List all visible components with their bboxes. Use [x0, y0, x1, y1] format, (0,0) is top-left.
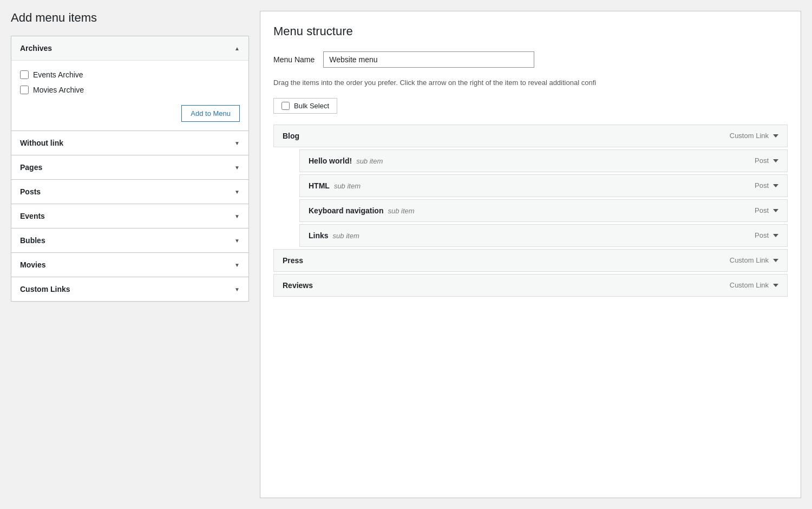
accordion-header-bubles[interactable]: Bubles▼ — [11, 229, 248, 252]
menu-sub-hello-world: Hello world!sub itemPost — [299, 149, 788, 172]
menu-top-reviews: ReviewsCustom Link — [273, 274, 788, 297]
menu-sub-label-hello-world: Hello world! — [309, 156, 352, 165]
accordion-arrow-posts: ▼ — [234, 189, 240, 195]
menu-name-input[interactable] — [323, 51, 534, 68]
accordion-label-pages: Pages — [20, 163, 42, 172]
bulk-select-button[interactable]: Bulk Select — [273, 98, 337, 114]
menu-top-press: PressCustom Link — [273, 249, 788, 272]
menu-sub-left-links: Linkssub item — [309, 231, 359, 240]
checkbox-events-archive[interactable] — [20, 70, 29, 79]
menu-sub-tag-html: sub item — [334, 182, 361, 190]
accordion-without-link: Without link▼ — [11, 131, 249, 155]
menu-sub-html: HTMLsub itemPost — [299, 174, 788, 197]
drag-hint: Drag the items into the order you prefer… — [273, 77, 788, 88]
menu-sub-tag-keyboard-nav: sub item — [388, 207, 414, 215]
menu-sub-right-keyboard-nav: Post — [755, 206, 778, 214]
menu-top-type-blog: Custom Link — [730, 132, 769, 140]
accordion-header-events[interactable]: Events▼ — [11, 204, 248, 228]
accordion-pages: Pages▼ — [11, 155, 249, 180]
menu-top-label-reviews: Reviews — [283, 281, 313, 290]
accordion-header-custom-links[interactable]: Custom Links▼ — [11, 277, 248, 301]
checkbox-list-archives: Events ArchiveMovies Archive — [20, 67, 240, 97]
menu-top-label-blog: Blog — [283, 132, 299, 140]
menu-sub-type-links: Post — [755, 231, 769, 239]
accordion-archives: Archives▲Events ArchiveMovies ArchiveAdd… — [11, 36, 249, 131]
menu-top-type-reviews: Custom Link — [730, 281, 769, 289]
chevron-down-icon-sub-keyboard-nav[interactable] — [773, 209, 778, 212]
accordion-label-bubles: Bubles — [20, 236, 45, 245]
menu-sub-left-hello-world: Hello world!sub item — [309, 156, 383, 165]
checkbox-item-events-archive: Events Archive — [20, 67, 240, 82]
accordion-arrow-custom-links: ▼ — [234, 286, 240, 292]
accordion-header-pages[interactable]: Pages▼ — [11, 155, 248, 179]
menu-top-right-press: Custom Link — [730, 256, 778, 264]
accordion-header-archives[interactable]: Archives▲ — [11, 36, 248, 60]
add-menu-items-title: Add menu items — [11, 11, 249, 25]
left-panel: Add menu items Archives▲Events ArchiveMo… — [11, 11, 260, 498]
checkbox-movies-archive[interactable] — [20, 86, 29, 94]
chevron-down-icon-sub-links[interactable] — [773, 234, 778, 237]
accordion-container: Archives▲Events ArchiveMovies ArchiveAdd… — [11, 36, 249, 302]
menu-name-label: Menu Name — [273, 55, 315, 64]
accordion-arrow-archives: ▲ — [234, 45, 240, 51]
chevron-down-icon-blog[interactable] — [773, 134, 778, 138]
menu-top-blog: BlogCustom Link — [273, 125, 788, 147]
chevron-down-icon-press[interactable] — [773, 259, 778, 262]
menu-top-right-reviews: Custom Link — [730, 281, 778, 289]
accordion-arrow-pages: ▼ — [234, 165, 240, 171]
accordion-arrow-bubles: ▼ — [234, 238, 240, 244]
menu-sub-keyboard-nav: Keyboard navigationsub itemPost — [299, 199, 788, 222]
accordion-header-posts[interactable]: Posts▼ — [11, 180, 248, 204]
menu-top-type-press: Custom Link — [730, 256, 769, 264]
accordion-label-posts: Posts — [20, 187, 41, 196]
menu-items-container: BlogCustom LinkHello world!sub itemPostH… — [273, 125, 788, 297]
menu-top-right-blog: Custom Link — [730, 132, 778, 140]
checkbox-label-events-archive[interactable]: Events Archive — [33, 70, 83, 79]
checkbox-label-movies-archive[interactable]: Movies Archive — [33, 86, 84, 94]
menu-sub-label-keyboard-nav: Keyboard navigation — [309, 206, 383, 215]
menu-sub-type-keyboard-nav: Post — [755, 206, 769, 214]
accordion-arrow-movies: ▼ — [234, 262, 240, 268]
menu-structure-title: Menu structure — [273, 24, 788, 38]
accordion-arrow-events: ▼ — [234, 213, 240, 219]
menu-sub-left-keyboard-nav: Keyboard navigationsub item — [309, 206, 415, 215]
menu-name-row: Menu Name — [273, 51, 788, 68]
menu-sub-links: Linkssub itemPost — [299, 224, 788, 247]
menu-sub-tag-links: sub item — [333, 232, 359, 240]
chevron-down-icon-sub-html[interactable] — [773, 184, 778, 187]
checkbox-item-movies-archive: Movies Archive — [20, 82, 240, 97]
chevron-down-icon-reviews[interactable] — [773, 284, 778, 287]
add-btn-wrap: Add to Menu — [20, 105, 240, 122]
menu-sub-label-html: HTML — [309, 181, 330, 190]
accordion-body-archives: Events ArchiveMovies ArchiveAdd to Menu — [11, 60, 248, 130]
menu-sub-tag-hello-world: sub item — [356, 157, 383, 165]
accordion-header-movies[interactable]: Movies▼ — [11, 253, 248, 277]
accordion-bubles: Bubles▼ — [11, 229, 249, 253]
accordion-posts: Posts▼ — [11, 180, 249, 204]
accordion-label-movies: Movies — [20, 260, 45, 269]
accordion-events: Events▼ — [11, 204, 249, 229]
accordion-custom-links: Custom Links▼ — [11, 277, 249, 302]
menu-sub-right-links: Post — [755, 231, 778, 239]
chevron-down-icon-sub-hello-world[interactable] — [773, 159, 778, 162]
menu-sub-type-html: Post — [755, 181, 769, 190]
bulk-select-checkbox[interactable] — [281, 102, 290, 110]
menu-sub-left-html: HTMLsub item — [309, 181, 361, 190]
bulk-select-label: Bulk Select — [294, 102, 329, 110]
menu-sub-right-hello-world: Post — [755, 156, 778, 165]
menu-sub-right-html: Post — [755, 181, 778, 190]
accordion-label-custom-links: Custom Links — [20, 285, 70, 293]
accordion-movies: Movies▼ — [11, 253, 249, 277]
accordion-label-events: Events — [20, 212, 45, 220]
accordion-label-without-link: Without link — [20, 139, 63, 147]
menu-sub-label-links: Links — [309, 231, 329, 240]
add-to-menu-button[interactable]: Add to Menu — [181, 105, 240, 122]
accordion-label-archives: Archives — [20, 44, 52, 53]
menu-sub-type-hello-world: Post — [755, 156, 769, 165]
accordion-arrow-without-link: ▼ — [234, 140, 240, 146]
menu-top-label-press: Press — [283, 256, 303, 265]
accordion-header-without-link[interactable]: Without link▼ — [11, 131, 248, 155]
right-panel: Menu structure Menu Name Drag the items … — [260, 11, 801, 498]
